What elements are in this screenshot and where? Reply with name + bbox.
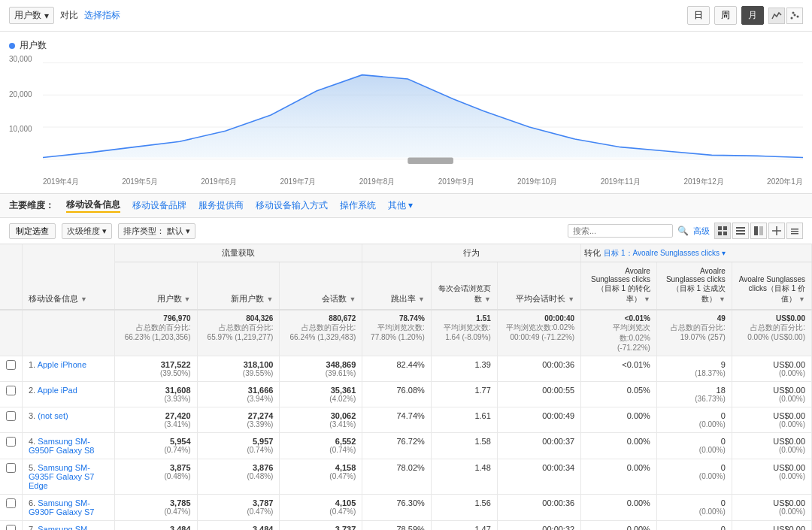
- total-completions: 49 占总数的百分比: 19.07% (257): [656, 310, 732, 356]
- pages-per-session-subheader[interactable]: 每次会话浏览页数 ▼: [431, 262, 497, 310]
- level-label: 次级维度: [67, 226, 100, 237]
- total-row: 796,970 占总数的百分比: 66.23% (1,203,356) 804,…: [0, 310, 812, 356]
- dim-tab-os[interactable]: 操作系统: [340, 199, 376, 212]
- x-label-2: 2019年6月: [201, 177, 237, 187]
- search-icon[interactable]: 🔍: [677, 226, 689, 236]
- new-users-subheader[interactable]: 新用户数 ▼: [197, 262, 280, 310]
- total-pages: 1.51 平均浏览次数: 1.64 (-8.09%): [431, 310, 497, 356]
- bounce-rate-subheader[interactable]: 跳出率 ▼: [362, 262, 431, 310]
- svg-point-2: [797, 15, 799, 17]
- device-name-cell: 1. Apple iPhone: [23, 356, 115, 382]
- conv-rate-subheader[interactable]: Avoalre Sunglasses clicks（目标 1 的转化率） ▼: [581, 262, 657, 310]
- row-checkbox[interactable]: [6, 411, 16, 421]
- time-btn-week[interactable]: 周: [714, 6, 737, 25]
- x-label-1: 2019年5月: [122, 177, 158, 187]
- table-row: 4. Samsung SM-G950F Galaxy S8 5,954 (0.7…: [0, 433, 812, 459]
- device-info-header: 移动设备信息 ▼: [23, 244, 115, 310]
- device-name-link[interactable]: Apple iPhone: [38, 360, 86, 369]
- row-checkbox[interactable]: [6, 463, 16, 473]
- svg-rect-8: [408, 158, 453, 165]
- svg-rect-22: [791, 233, 798, 235]
- svg-rect-17: [759, 226, 763, 235]
- device-name-cell: 7. Samsung SM-G960F Galaxy S9: [23, 521, 115, 531]
- table-row: 2. Apple iPad 31,608 (3.93%) 31,666 (3.9…: [0, 382, 812, 407]
- search-input[interactable]: [568, 224, 673, 238]
- y-label-2: 20,000: [9, 90, 43, 98]
- chart-legend: 用户数: [9, 39, 803, 52]
- row-checkbox[interactable]: [6, 386, 16, 395]
- add-filter-btn[interactable]: 制定选查: [9, 223, 56, 239]
- svg-rect-16: [754, 226, 758, 235]
- level-arrow: ▾: [102, 226, 107, 236]
- table-row: 5. Samsung SM-G935F Galaxy S7 Edge 3,875…: [0, 459, 812, 495]
- grid-view-icon[interactable]: [714, 223, 731, 239]
- advanced-btn[interactable]: 高级: [693, 226, 710, 237]
- device-name-link[interactable]: (not set): [38, 411, 68, 420]
- dim-tab-other[interactable]: 其他 ▾: [388, 199, 413, 212]
- svg-rect-12: [723, 232, 727, 235]
- svg-rect-10: [723, 226, 727, 230]
- total-duration: 00:00:40 平均浏览次数:0.02% 00:00:49 (-71.22%): [497, 310, 580, 356]
- svg-rect-13: [736, 227, 745, 229]
- x-label-4: 2019年8月: [359, 177, 395, 187]
- device-name-link[interactable]: Samsung SM-G935F Galaxy S7 Edge: [29, 463, 94, 490]
- y-axis: 30,000 20,000 10,000: [9, 55, 43, 175]
- device-name-link[interactable]: Apple iPad: [38, 386, 77, 395]
- row-number: 6.: [29, 498, 35, 507]
- table-row: 7. Samsung SM-G960F Galaxy S9 3,484 (0.4…: [0, 521, 812, 531]
- y-label-3: 10,000: [9, 125, 43, 133]
- level-dropdown[interactable]: 次级维度 ▾: [62, 223, 112, 239]
- value-subheader[interactable]: Avoalre Sunglasses clicks（目标 1 价值） ▼: [732, 262, 811, 310]
- svg-rect-21: [791, 231, 798, 232]
- avg-session-subheader[interactable]: 平均会话时长 ▼: [497, 262, 580, 310]
- chart-svg: [43, 55, 803, 175]
- device-name-cell: 5. Samsung SM-G935F Galaxy S7 Edge: [23, 459, 115, 495]
- select-indicator[interactable]: 选择指标: [84, 9, 120, 22]
- svg-point-1: [794, 14, 796, 16]
- behavior-group-header: 行为: [362, 244, 581, 262]
- sort-label: 排序类型：: [123, 226, 165, 237]
- line-chart-icon[interactable]: [768, 8, 785, 24]
- x-label-6: 2019年10月: [517, 177, 557, 187]
- total-users: 796,970 占总数的百分比: 66.23% (1,203,356): [114, 310, 197, 356]
- sessions-subheader[interactable]: 会话数 ▼: [280, 262, 362, 310]
- scatter-chart-icon[interactable]: [786, 8, 803, 24]
- metric-selector[interactable]: 用户数 ▾: [9, 7, 54, 24]
- completions-subheader[interactable]: Avoalre Sunglasses clicks（目标 1 达成次数） ▼: [656, 262, 732, 310]
- row-checkbox[interactable]: [6, 498, 16, 508]
- goal-dropdown[interactable]: 目标 1：Avoalre Sunglasses clicks ▾: [604, 248, 726, 259]
- sort-dropdown[interactable]: 排序类型： 默认 ▾: [118, 223, 195, 239]
- device-name-link[interactable]: Samsung SM-G930F Galaxy S7: [29, 498, 94, 516]
- compare-view-icon[interactable]: [750, 223, 767, 239]
- table-row: 1. Apple iPhone 317,522 (39.50%) 318,100…: [0, 356, 812, 382]
- device-name-link[interactable]: Samsung SM-G960F Galaxy S9: [29, 525, 94, 530]
- row-number: 5.: [29, 463, 35, 472]
- conversion-group-header: 转化 目标 1：Avoalre Sunglasses clicks ▾: [581, 244, 812, 262]
- time-btn-day[interactable]: 日: [687, 6, 710, 25]
- row-checkbox[interactable]: [6, 525, 16, 530]
- row-checkbox[interactable]: [6, 437, 16, 447]
- compare-button[interactable]: 对比: [60, 9, 78, 22]
- device-name-cell: 4. Samsung SM-G950F Galaxy S8: [23, 433, 115, 459]
- filter-bar: 制定选查 次级维度 ▾ 排序类型： 默认 ▾ 🔍 高级: [0, 218, 812, 244]
- dim-tab-input[interactable]: 移动设备输入方式: [256, 199, 328, 212]
- dim-tab-provider[interactable]: 服务提供商: [198, 199, 244, 212]
- row-number: 3.: [29, 411, 35, 420]
- pivot-view-icon[interactable]: [768, 223, 785, 239]
- top-bar-right: 日 周 月: [687, 6, 803, 25]
- legend-dot: [9, 43, 15, 49]
- settings-icon[interactable]: [786, 223, 803, 239]
- traffic-group-header: 流量获取: [114, 244, 362, 262]
- svg-rect-20: [791, 229, 798, 230]
- x-label-9: 2020年1月: [767, 177, 803, 187]
- header-sub-row: 用户数 ▼ 新用户数 ▼ 会话数 ▼ 跳出率 ▼ 每次会话浏览页数 ▼: [0, 262, 812, 310]
- device-name-link[interactable]: Samsung SM-G950F Galaxy S8: [29, 437, 94, 455]
- svg-rect-14: [736, 230, 745, 232]
- row-checkbox[interactable]: [6, 360, 16, 370]
- header-group-row: 移动设备信息 ▼ 流量获取 行为 转化 目标 1：Avoalre Sunglas…: [0, 244, 812, 262]
- list-view-icon[interactable]: [732, 223, 749, 239]
- dim-tab-device[interactable]: 移动设备信息: [66, 198, 120, 213]
- dim-tab-brand[interactable]: 移动设备品牌: [132, 199, 186, 212]
- users-subheader[interactable]: 用户数 ▼: [114, 262, 197, 310]
- time-btn-month[interactable]: 月: [741, 6, 764, 25]
